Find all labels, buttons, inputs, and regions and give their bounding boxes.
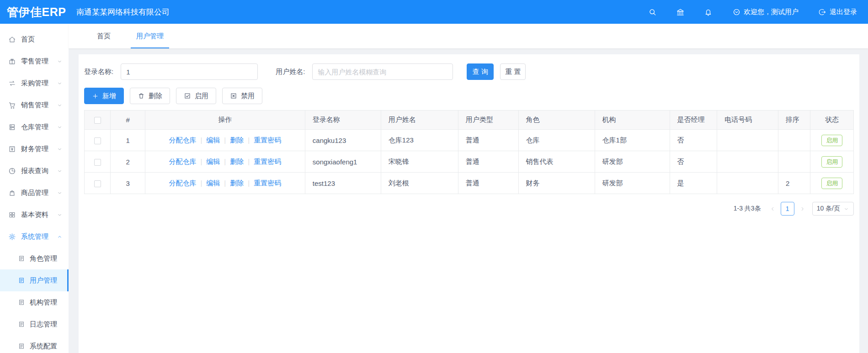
doc-icon [18,255,25,262]
phone-cell [717,173,778,194]
warehouse-icon [8,123,16,131]
content-area: 登录名称: 用户姓名: 查 询 重 置 新增 删除 [69,48,868,353]
search-icon[interactable] [648,8,657,16]
column-header: 排序 [778,111,810,130]
chevron-down-icon [57,102,63,108]
delete-button-label: 删除 [149,92,162,100]
sidebar-item-label: 首页 [21,35,63,44]
op-link-reset-password[interactable]: 重置密码 [254,158,281,165]
manager-cell: 否 [670,130,717,151]
user-type-cell: 普通 [458,173,518,194]
row-operations-cell: 分配仓库|编辑|删除|重置密码 [145,173,305,194]
operation-separator: | [248,158,250,165]
bell-icon[interactable] [704,8,713,16]
sidebar-item-user-management[interactable]: 用户管理 [0,269,69,291]
tab-home[interactable]: 首页 [94,24,113,48]
sidebar-item-retail[interactable]: 零售管理 [0,50,69,72]
row-index-cell: 2 [111,151,145,173]
sidebar-item-finance[interactable]: 财务管理 [0,138,69,160]
sidebar-item-label: 销售管理 [21,101,57,110]
row-select-cell [85,173,111,194]
column-header: 状态 [810,111,854,130]
retail-icon [8,58,16,65]
op-link-assign-warehouse[interactable]: 分配仓库 [169,136,196,144]
chevron-down-icon [57,146,63,152]
sidebar-item-home[interactable]: 首页 [0,28,69,50]
logout-button[interactable]: 退出登录 [819,8,857,16]
op-link-edit[interactable]: 编辑 [206,179,220,187]
add-button[interactable]: 新增 [84,88,124,104]
disable-button-label: 禁用 [241,92,255,100]
role-cell: 财务 [518,173,595,194]
user-name-cell: 宋晓锋 [381,151,458,173]
user-table: #操作登录名称用户姓名用户类型角色机构是否经理电话号码排序状态 1分配仓库|编辑… [84,110,854,194]
sidebar-item-label: 财务管理 [21,145,57,153]
next-page-button[interactable] [797,205,808,212]
column-header: 是否经理 [670,111,717,130]
trash-icon [138,92,145,100]
reset-button[interactable]: 重 置 [500,63,526,80]
status-badge: 启用 [821,178,842,189]
sidebar-item-label: 基本资料 [21,211,57,219]
chevron-down-icon [843,206,849,212]
op-link-reset-password[interactable]: 重置密码 [254,179,281,187]
login-name-input[interactable] [121,63,258,80]
sidebar-item-warehouse[interactable]: 仓库管理 [0,116,69,138]
doc-icon [18,342,25,350]
add-button-label: 新增 [102,92,116,100]
basic-icon [8,211,16,219]
row-checkbox[interactable] [94,180,101,187]
sort-cell [778,151,810,173]
status-cell: 启用 [810,173,854,194]
row-checkbox[interactable] [94,137,101,144]
app-logo[interactable]: 管伊佳ERP [0,5,69,20]
operation-separator: | [200,158,202,165]
tab-user-management[interactable]: 用户管理 [133,24,166,48]
delete-button[interactable]: 删除 [130,88,170,104]
company-name: 南通某某网络科技有限公司 [76,7,170,17]
welcome-user[interactable]: 欢迎您，测试用户 [733,8,799,16]
sidebar-item-goods[interactable]: 商品管理 [0,182,69,204]
sidebar-item-label: 报表查询 [21,167,57,175]
prev-page-button[interactable] [767,205,778,212]
op-link-delete[interactable]: 删除 [230,158,244,165]
sidebar-submenu-system: 角色管理用户管理机构管理日志管理系统配置 [0,248,69,353]
status-badge: 启用 [821,156,842,168]
op-link-assign-warehouse[interactable]: 分配仓库 [169,179,196,187]
op-link-delete[interactable]: 删除 [230,136,244,144]
op-link-edit[interactable]: 编辑 [206,136,220,144]
enable-button-label: 启用 [195,92,208,100]
sidebar-item-report[interactable]: 报表查询 [0,160,69,182]
row-checkbox[interactable] [94,159,101,166]
disable-button[interactable]: 禁用 [222,88,262,104]
login-name-cell: cangku123 [305,130,381,151]
bank-icon[interactable] [676,8,685,16]
sidebar-item-system[interactable]: 系统管理 [0,226,69,248]
select-all-checkbox[interactable] [94,117,101,124]
sidebar-item-purchase[interactable]: 采购管理 [0,72,69,94]
query-button[interactable]: 查 询 [467,63,494,80]
row-select-cell [85,151,111,173]
sidebar-item-org-management[interactable]: 机构管理 [0,291,69,313]
doc-icon [18,299,25,306]
column-header: 角色 [518,111,595,130]
user-name-input[interactable] [312,63,453,80]
sidebar-item-system-config[interactable]: 系统配置 [0,335,69,353]
sidebar-item-basic[interactable]: 基本资料 [0,204,69,226]
sidebar-item-sales[interactable]: 销售管理 [0,94,69,116]
app-header: 管伊佳ERP 南通某某网络科技有限公司 欢迎您，测试用户 退出登录 [0,0,868,24]
sidebar-item-label: 系统配置 [30,342,57,351]
page-number-button[interactable]: 1 [781,202,794,216]
sidebar-item-role-management[interactable]: 角色管理 [0,248,69,269]
sidebar-item-log-management[interactable]: 日志管理 [0,313,69,335]
enable-button[interactable]: 启用 [176,88,216,104]
op-link-edit[interactable]: 编辑 [206,158,220,165]
op-link-delete[interactable]: 删除 [230,179,244,187]
op-link-assign-warehouse[interactable]: 分配仓库 [169,158,196,165]
operation-separator: | [224,158,226,165]
page-size-select[interactable]: 10 条/页 [812,202,854,216]
status-badge: 启用 [821,135,842,146]
manager-cell: 是 [670,173,717,194]
tab-bar: 首页用户管理 [69,24,868,48]
op-link-reset-password[interactable]: 重置密码 [254,136,281,144]
